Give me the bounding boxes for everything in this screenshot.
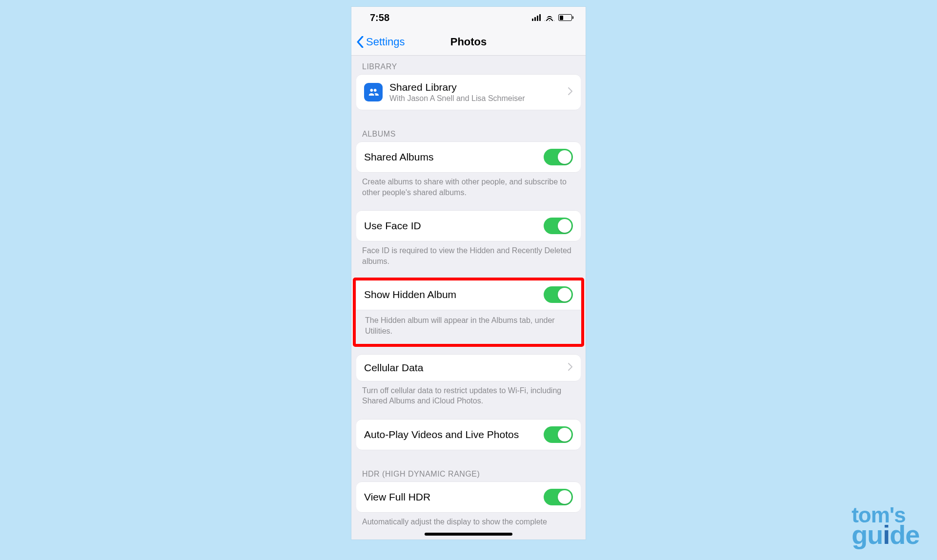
battery-icon	[558, 14, 572, 21]
row-subtitle: With Jason A Snell and Lisa Schmeiser	[389, 94, 564, 103]
row-title: Auto-Play Videos and Live Photos	[364, 429, 538, 440]
row-shared-albums[interactable]: Shared Albums	[356, 141, 581, 173]
watermark: tom's guide	[852, 506, 919, 546]
chevron-left-icon	[356, 36, 364, 48]
status-bar: 7:58	[351, 7, 586, 28]
chevron-right-icon	[568, 87, 573, 97]
row-title: Show Hidden Album	[364, 289, 538, 300]
row-title: Shared Albums	[364, 151, 538, 163]
nav-bar: Settings Photos	[351, 28, 586, 56]
home-indicator[interactable]	[425, 533, 512, 536]
status-time: 7:58	[370, 12, 389, 23]
group-header-albums: ALBUMS	[351, 110, 586, 141]
back-button[interactable]: Settings	[356, 36, 405, 48]
group-header-hdr: HDR (HIGH DYNAMIC RANGE)	[351, 450, 586, 481]
row-use-face-id[interactable]: Use Face ID	[356, 210, 581, 241]
footer-shared-albums: Create albums to share with other people…	[351, 173, 586, 210]
toggle-view-full-hdr[interactable]	[544, 489, 573, 505]
cellular-signal-icon	[532, 14, 541, 21]
page-title: Photos	[450, 36, 487, 48]
row-autoplay[interactable]: Auto-Play Videos and Live Photos	[356, 419, 581, 450]
footer-cellular: Turn off cellular data to restrict updat…	[351, 381, 586, 419]
toggle-show-hidden[interactable]	[544, 286, 573, 303]
toggle-shared-albums[interactable]	[544, 149, 573, 165]
chevron-right-icon	[568, 363, 573, 373]
footer-show-hidden: The Hidden album will appear in the Albu…	[354, 310, 583, 345]
settings-scroll[interactable]: LIBRARY Shared Library With Jason A Snel…	[351, 56, 586, 540]
footer-face-id: Face ID is required to view the Hidden a…	[351, 241, 586, 279]
watermark-line2: guide	[852, 524, 919, 546]
phone-screenshot: 7:58 Settings Photos LIBRARY Shared Libr…	[351, 7, 586, 540]
row-show-hidden-album[interactable]: Show Hidden Album	[356, 279, 581, 310]
row-cellular-data[interactable]: Cellular Data	[356, 354, 581, 381]
row-title: Shared Library	[389, 81, 564, 93]
group-header-library: LIBRARY	[351, 56, 586, 74]
row-title: View Full HDR	[364, 491, 538, 503]
row-shared-library[interactable]: Shared Library With Jason A Snell and Li…	[356, 74, 581, 110]
people-icon	[364, 83, 383, 101]
back-label: Settings	[366, 36, 405, 48]
row-title: Use Face ID	[364, 220, 538, 232]
wifi-icon	[545, 14, 554, 21]
highlight-show-hidden: Show Hidden Album The Hidden album will …	[354, 279, 583, 345]
toggle-face-id[interactable]	[544, 218, 573, 234]
toggle-autoplay[interactable]	[544, 426, 573, 443]
row-title: Cellular Data	[364, 362, 564, 374]
footer-hdr: Automatically adjust the display to show…	[351, 513, 586, 531]
row-view-full-hdr[interactable]: View Full HDR	[356, 481, 581, 513]
